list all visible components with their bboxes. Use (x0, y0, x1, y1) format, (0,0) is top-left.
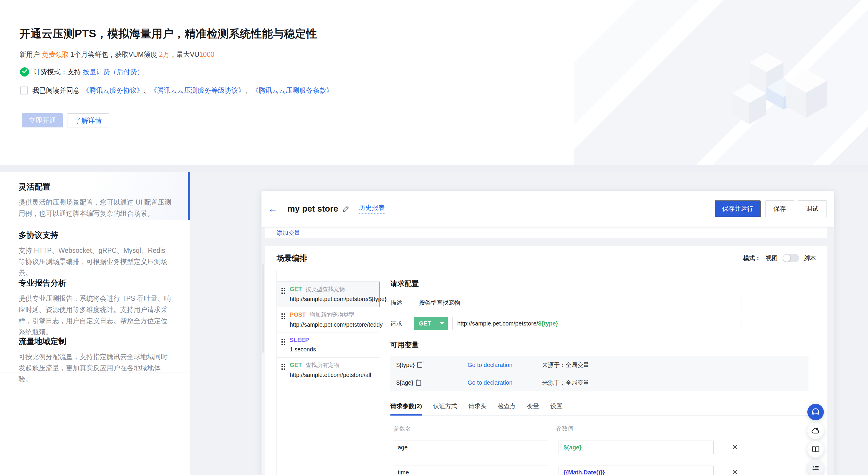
save-and-run-button[interactable]: 保存并运行 (715, 200, 761, 217)
drag-handle-icon[interactable] (281, 288, 285, 303)
billing-label: 计费模式：支持 (34, 67, 81, 76)
request-item-sleep[interactable]: SLEEP 1 seconds (277, 333, 380, 357)
tab-settings[interactable]: 设置 (550, 402, 562, 415)
request-url: http://sample.pet.com/petstore/${type} (290, 296, 386, 303)
request-item-get-all[interactable]: GET查找所有宠物 http://sample.et.com/petstore/… (277, 357, 380, 383)
go-to-declaration-link[interactable]: Go to declaration (468, 379, 542, 386)
tab-request-params[interactable]: 请求参数(2) (391, 402, 422, 415)
sidebar-item-title: 灵活配置 (19, 182, 173, 192)
toggle-knob (783, 255, 790, 262)
log-panel-fab[interactable] (807, 460, 824, 475)
docs-fab[interactable] (807, 441, 824, 457)
sidebar-item-desc: 提供灵活的压测场景配置，您可以通过 UI 配置压测用例，也可以通过脚本编写复杂的… (19, 197, 173, 219)
copy-icon[interactable] (416, 380, 421, 386)
request-item-get-by-type[interactable]: GET按类型查找宠物 http://sample.pet.com/petstor… (277, 281, 380, 307)
request-label: 请求 (391, 320, 414, 327)
history-report-link[interactable]: 历史报表 (359, 203, 384, 214)
request-desc: 按类型查找宠物 (306, 286, 345, 292)
variables-card-clipped: 添加变量 (265, 227, 827, 239)
sidebar-item-report-analysis[interactable]: 专业报告分析 提供专业压测报告，系统将会进行 TPS 吞吐量、响应时延、资源使用… (0, 268, 190, 326)
save-button[interactable]: 保存 (765, 200, 794, 217)
panel-body: 添加变量 场景编排 模式： 视图 脚本 (261, 227, 834, 475)
scene-section-title: 场景编排 (277, 253, 307, 263)
sidebar-item-title: 流量地域定制 (19, 336, 173, 347)
scene-editor-panel: ← my pet store 历史报表 保存并运行 保存 调试 添加变量 场景编… (261, 191, 834, 475)
scene-body: GET按类型查找宠物 http://sample.pet.com/petstor… (277, 270, 816, 475)
cloud-notification-fab[interactable] (807, 422, 824, 439)
param-value-input[interactable] (559, 441, 714, 454)
scene-name: my pet store (287, 204, 338, 214)
sidebar-item-flexible-config[interactable]: 灵活配置 提供灵活的压测场景配置，您可以通过 UI 配置压测用例，也可以通过脚本… (0, 172, 190, 220)
delete-param-icon[interactable]: ✕ (732, 443, 738, 451)
sidebar-item-desc: 可按比例分配流量，支持指定腾讯云全球地域同时发起施压流量，更加真实反应用户在各地… (19, 351, 173, 385)
panel-scrollbar[interactable] (262, 264, 265, 474)
hero-section: 开通云压测PTS，模拟海量用户，精准检测系统性能与稳定性 新用户 免费领取 1个… (0, 0, 868, 165)
tab-checkpoints[interactable]: 检查点 (498, 402, 516, 415)
table-divider (391, 437, 819, 437)
variable-row: ${age} Go to declaration 来源于：全局变量 (391, 374, 808, 391)
request-duration: 1 seconds (290, 346, 316, 353)
terms-link[interactable]: 《腾讯云云压测服务条款》 (252, 87, 333, 94)
chevron-down-icon (440, 322, 444, 325)
delete-param-icon[interactable]: ✕ (732, 468, 738, 475)
agreement-row: 我已阅读并同意 《腾讯云服务协议》、《腾讯云云压测服务等级协议》、《腾讯云云压测… (20, 86, 333, 95)
param-row-age: ✕ (391, 441, 819, 457)
billing-mode-row: 计费模式：支持 按量计费（后付费） (20, 67, 144, 76)
mode-toggle[interactable] (783, 254, 799, 262)
page-title: 开通云压测PTS，模拟海量用户，精准检测系统性能与稳定性 (20, 27, 317, 41)
log-list-icon (811, 464, 820, 472)
tab-variables[interactable]: 变量 (527, 402, 539, 415)
go-to-declaration-link[interactable]: Go to declaration (468, 362, 542, 369)
hero-subtitle: 新用户 免费领取 1个月尝鲜包，获取VUM额度 2万，最大VU1000 (20, 50, 214, 59)
desc-label: 描述 (391, 299, 414, 307)
sidebar-item-multi-protocol[interactable]: 多协议支持 支持 HTTP、Websocket、gRPC、Mysql、Redis… (0, 220, 190, 268)
panel-header: ← my pet store 历史报表 保存并运行 保存 调试 (261, 191, 834, 227)
scrollbar-thumb[interactable] (262, 264, 265, 353)
param-name-col: 参数名 (391, 425, 556, 433)
agreement-prefix: 我已阅读并同意 (32, 86, 80, 95)
drag-handle-icon[interactable] (281, 364, 285, 378)
request-config: 请求配置 描述 请求 GET http://sample.pet.com/pe (380, 270, 819, 475)
param-value-input[interactable] (559, 466, 714, 475)
param-value-col: 参数值 (556, 425, 574, 433)
feature-sidebar: 灵活配置 提供灵活的压测场景配置，您可以通过 UI 配置压测用例，也可以通过脚本… (0, 172, 190, 475)
url-input[interactable]: http://sample.pet.com/petstore/${type} (452, 317, 741, 330)
method-select-value: GET (419, 320, 431, 327)
learn-more-button[interactable]: 了解详情 (67, 113, 109, 127)
drag-handle-icon[interactable] (281, 313, 285, 328)
hero-actions: 立即开通 了解详情 (22, 113, 109, 127)
tab-auth[interactable]: 认证方式 (433, 402, 457, 415)
service-agreement-link[interactable]: 《腾讯云服务协议》 (83, 87, 144, 94)
tab-headers[interactable]: 请求头 (468, 402, 487, 415)
billing-mode-link[interactable]: 按量计费（后付费） (83, 67, 144, 76)
sidebar-item-traffic-region[interactable]: 流量地域定制 可按比例分配流量，支持指定腾讯云全球地域同时发起施压流量，更加真实… (0, 326, 190, 373)
method-select[interactable]: GET (414, 317, 448, 330)
request-list: GET按类型查找宠物 http://sample.pet.com/petstor… (277, 270, 380, 475)
activate-button[interactable]: 立即开通 (22, 113, 63, 127)
param-name-input[interactable] (393, 441, 548, 454)
scene-head: 场景编排 模式： 视图 脚本 (277, 246, 816, 270)
demo-area: ← my pet store 历史报表 保存并运行 保存 调试 添加变量 场景编… (190, 172, 868, 475)
sla-agreement-link[interactable]: 《腾讯云云压测服务等级协议》 (150, 87, 245, 94)
drag-handle-icon[interactable] (281, 339, 285, 353)
available-variables-title: 可用变量 (391, 340, 819, 350)
headset-icon (811, 408, 820, 416)
section-divider-band (0, 165, 868, 172)
variable-name: ${age} (391, 379, 468, 386)
debug-button[interactable]: 调试 (798, 200, 827, 217)
back-arrow-icon[interactable]: ← (268, 204, 280, 213)
param-name-input[interactable] (393, 466, 548, 475)
mode-label: 模式： (743, 254, 761, 262)
request-url: http://sample.et.com/petstore/all (290, 372, 371, 378)
add-variable-link[interactable]: 添加变量 (277, 229, 300, 236)
book-icon (811, 445, 820, 454)
request-item-post-new-type[interactable]: POST增加新的宠物类型 http://sample.pet.com/petst… (277, 307, 380, 333)
customer-service-fab[interactable] (807, 404, 824, 420)
desc-input[interactable] (414, 296, 741, 309)
scene-orchestration-card: 场景编排 模式： 视图 脚本 GET按类 (265, 246, 827, 475)
url-variable: ${type} (538, 320, 558, 327)
copy-icon[interactable] (417, 362, 422, 368)
edit-pencil-icon[interactable] (343, 205, 350, 212)
request-desc: 增加新的宠物类型 (309, 312, 354, 318)
agreement-checkbox[interactable] (20, 87, 28, 94)
